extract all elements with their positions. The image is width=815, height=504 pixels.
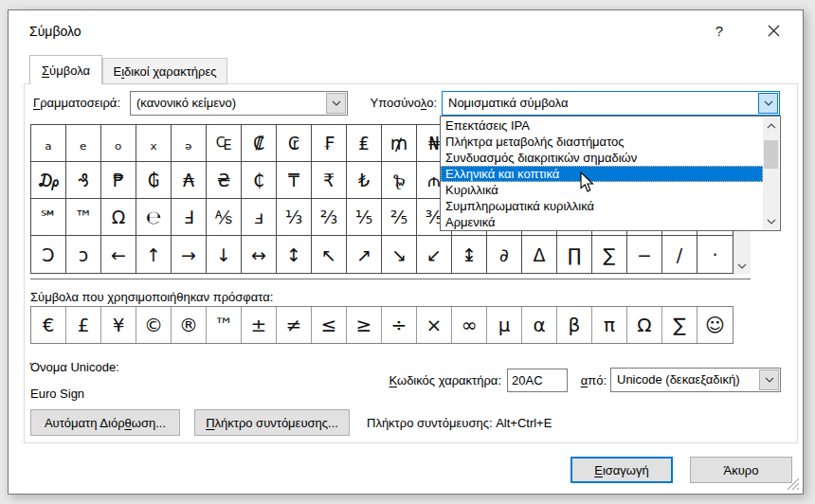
from-combo-dropdown-button[interactable] — [759, 369, 779, 390]
dropdown-item[interactable]: Συμπληρωματικά κυριλλικά — [441, 198, 763, 214]
recent-symbol-cell[interactable]: ≠ — [277, 307, 312, 343]
symbol-cell[interactable]: ∏ — [557, 236, 592, 273]
help-button[interactable]: ? — [691, 10, 748, 50]
symbol-cell[interactable]: ℮ — [136, 199, 172, 236]
subset-combobox[interactable]: Νομισματικά σύμβολα — [442, 91, 780, 116]
symbol-cell[interactable]: ₻ — [382, 162, 417, 199]
symbol-cell[interactable]: ₸ — [277, 162, 312, 199]
symbol-cell[interactable]: ↄ — [66, 236, 101, 273]
symbol-cell[interactable]: ₣ — [312, 125, 347, 162]
symbol-cell[interactable]: ₳ — [172, 162, 207, 199]
dropdown-item[interactable]: Ελληνικά και κοπτικά — [441, 166, 763, 182]
resize-grip-icon[interactable] — [787, 477, 800, 491]
dropdown-item[interactable]: Κυριλλικά — [441, 182, 763, 198]
recent-symbol-cell[interactable]: Ω — [627, 307, 662, 343]
recent-symbol-cell[interactable]: ™ — [207, 307, 242, 343]
scroll-thumb[interactable] — [764, 140, 778, 169]
symbol-cell[interactable]: ₢ — [277, 125, 312, 162]
symbol-cell[interactable]: ₠ — [207, 125, 242, 162]
symbol-cell[interactable]: ↘ — [382, 236, 417, 273]
autocorrect-button[interactable]: Αυτόματη Διόρθωση... — [30, 409, 180, 436]
recent-symbol-cell[interactable]: α — [522, 307, 557, 343]
symbol-cell[interactable]: ₤ — [347, 125, 382, 162]
recent-symbol-cell[interactable]: ∑ — [662, 307, 697, 343]
recent-symbol-cell[interactable]: ÷ — [382, 307, 417, 343]
symbol-cell[interactable]: ⅕ — [347, 199, 382, 236]
symbol-cell[interactable]: ∑ — [592, 236, 627, 273]
symbol-cell[interactable]: − — [627, 236, 662, 273]
symbol-cell[interactable]: ₡ — [242, 125, 277, 162]
symbol-cell[interactable]: ₔ — [172, 125, 207, 162]
scroll-down-button[interactable] — [734, 258, 751, 274]
dropdown-item[interactable]: Συνδυασμός διακριτικών σημαδιών — [441, 150, 763, 166]
symbol-cell[interactable]: ∂ — [487, 236, 522, 273]
symbol-cell[interactable]: ← — [101, 236, 136, 273]
symbol-cell[interactable]: Δ — [522, 236, 557, 273]
symbol-cell[interactable]: Ⅎ — [172, 199, 207, 236]
symbol-cell[interactable]: ₰ — [66, 162, 101, 199]
cancel-button[interactable]: Άκυρο — [690, 457, 792, 483]
tab-special-characters[interactable]: Ειδικοί χαρακτήρες — [102, 58, 227, 84]
close-button[interactable] — [745, 10, 802, 50]
recent-symbol-cell[interactable]: ☺ — [697, 307, 733, 343]
scroll-up-button[interactable] — [763, 117, 779, 134]
symbol-cell[interactable]: ↗ — [347, 236, 382, 273]
symbol-cell[interactable]: ₱ — [101, 162, 136, 199]
symbol-cell[interactable]: ₓ — [136, 125, 172, 162]
symbol-cell[interactable]: ↕ — [277, 236, 312, 273]
recent-symbol-cell[interactable]: × — [417, 307, 452, 343]
symbol-cell[interactable]: ₯ — [31, 162, 66, 199]
symbol-cell[interactable]: ⅓ — [277, 199, 312, 236]
symbol-cell[interactable]: ⅎ — [242, 199, 277, 236]
recent-symbol-cell[interactable]: π — [592, 307, 627, 343]
char-code-input[interactable] — [507, 369, 568, 392]
symbol-cell[interactable]: ℠ — [31, 199, 66, 236]
from-combobox[interactable]: Unicode (δεκαεξαδική) — [610, 368, 781, 392]
dropdown-item[interactable]: Αρμενικά — [441, 214, 763, 230]
recent-symbol-cell[interactable]: € — [31, 307, 66, 343]
scroll-down-button[interactable] — [763, 213, 779, 229]
symbol-cell[interactable]: · — [697, 236, 733, 273]
recent-symbol-cell[interactable]: £ — [66, 307, 101, 343]
symbol-cell[interactable]: ⅔ — [312, 199, 347, 236]
recent-symbol-cell[interactable]: © — [136, 307, 172, 343]
symbol-cell[interactable]: ↨ — [452, 236, 487, 273]
symbol-cell[interactable]: Ω — [101, 199, 136, 236]
symbol-cell[interactable]: ⅍ — [207, 199, 242, 236]
recent-symbol-cell[interactable]: ± — [242, 307, 277, 343]
subset-combo-dropdown-button[interactable] — [758, 93, 778, 114]
recent-symbol-cell[interactable]: μ — [487, 307, 522, 343]
recent-symbol-cell[interactable]: β — [557, 307, 592, 343]
symbol-cell[interactable]: ↑ — [136, 236, 172, 273]
symbol-cell[interactable]: ₲ — [136, 162, 172, 199]
recent-symbol-cell[interactable]: ≥ — [347, 307, 382, 343]
recent-symbol-cell[interactable]: ≤ — [312, 307, 347, 343]
recent-symbol-cell[interactable]: ∞ — [452, 307, 487, 343]
symbol-cell[interactable]: ₺ — [347, 162, 382, 199]
symbol-cell[interactable]: ↙ — [417, 236, 452, 273]
dropdown-scrollbar[interactable] — [763, 117, 779, 229]
symbol-cell[interactable]: ₒ — [101, 125, 136, 162]
symbol-cell[interactable]: → — [172, 236, 207, 273]
insert-button[interactable]: Εισαγωγή — [570, 457, 673, 483]
recent-symbol-cell[interactable]: ® — [172, 307, 207, 343]
symbol-cell[interactable]: ↓ — [207, 236, 242, 273]
font-combo-dropdown-button[interactable] — [326, 93, 346, 114]
symbol-cell[interactable]: ₴ — [207, 162, 242, 199]
symbol-cell[interactable]: ₐ — [31, 125, 66, 162]
symbol-cell[interactable]: ↖ — [312, 236, 347, 273]
shortcut-key-button[interactable]: Πλήκτρο συντόμευσης... — [194, 409, 350, 436]
symbol-cell[interactable]: ™ — [66, 199, 101, 236]
symbol-cell[interactable]: ₥ — [382, 125, 417, 162]
recent-symbol-cell[interactable]: ¥ — [101, 307, 136, 343]
symbol-cell[interactable]: / — [662, 236, 697, 273]
font-combobox[interactable]: (κανονικό κείμενο) — [130, 91, 348, 116]
dropdown-item[interactable]: Πλήκτρα μεταβολής διαστήματος — [441, 134, 763, 150]
symbol-cell[interactable]: ⅖ — [382, 199, 417, 236]
symbol-cell[interactable]: Ↄ — [31, 236, 66, 273]
tab-symbols[interactable]: Σύμβολα — [29, 55, 102, 84]
symbol-cell[interactable]: ₑ — [66, 125, 101, 162]
symbol-cell[interactable]: ↔ — [242, 236, 277, 273]
symbol-cell[interactable]: ₵ — [242, 162, 277, 199]
dropdown-item[interactable]: Επεκτάσεις IPA — [441, 117, 763, 134]
